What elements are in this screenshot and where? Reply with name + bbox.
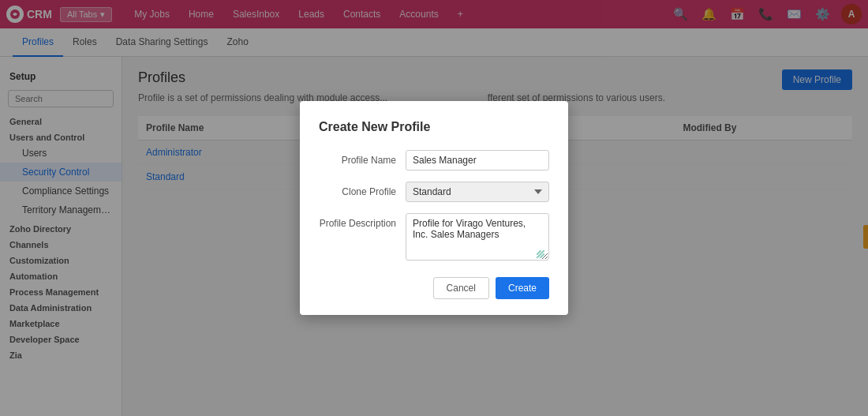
profile-name-input[interactable] bbox=[406, 150, 549, 171]
profile-name-row: Profile Name bbox=[319, 150, 549, 171]
resize-icon bbox=[535, 249, 546, 260]
modal-actions: Cancel Create bbox=[319, 277, 549, 299]
create-profile-modal: Create New Profile Profile Name Clone Pr… bbox=[300, 101, 568, 315]
profile-name-label: Profile Name bbox=[319, 150, 406, 166]
clone-profile-row: Clone Profile Standard Administrator bbox=[319, 182, 549, 202]
profile-description-label: Profile Description bbox=[319, 213, 406, 229]
clone-profile-label: Clone Profile bbox=[319, 182, 406, 197]
cancel-button[interactable]: Cancel bbox=[433, 277, 489, 299]
modal-title: Create New Profile bbox=[319, 120, 549, 134]
textarea-wrapper: Profile for Virago Ventures, Inc. Sales … bbox=[406, 213, 549, 263]
clone-profile-select[interactable]: Standard Administrator bbox=[406, 182, 549, 202]
modal-overlay[interactable]: Create New Profile Profile Name Clone Pr… bbox=[0, 0, 868, 416]
profile-description-row: Profile Description Profile for Virago V… bbox=[319, 213, 549, 263]
profile-description-input[interactable]: Profile for Virago Ventures, Inc. Sales … bbox=[406, 213, 549, 260]
create-button[interactable]: Create bbox=[496, 277, 549, 299]
